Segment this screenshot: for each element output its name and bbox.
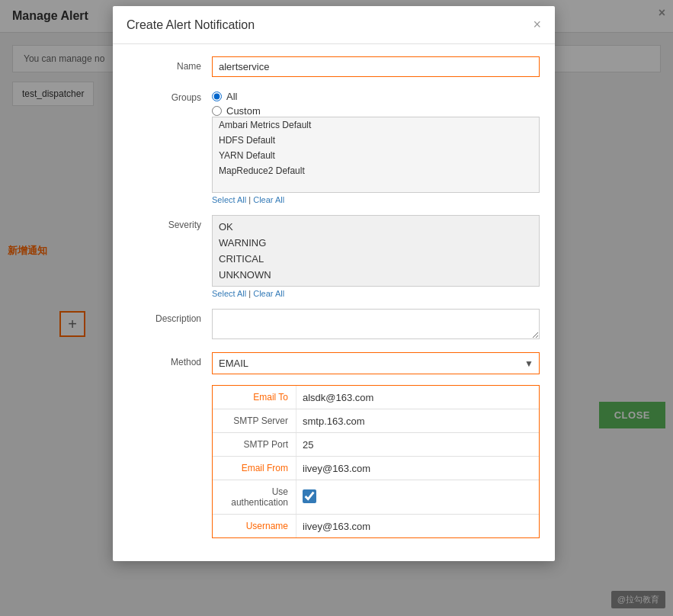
description-label: Description — [128, 309, 212, 324]
smtp-server-row: SMTP Server — [213, 409, 539, 433]
groups-radio-group: All Custom — [212, 88, 540, 117]
groups-select-all-link[interactable]: Select All — [212, 195, 246, 204]
severity-warning[interactable]: WARNING — [213, 235, 539, 251]
email-to-label: Email To — [213, 386, 296, 409]
method-select[interactable]: EMAIL SNMP SLACK PAGERDUTY — [212, 352, 540, 374]
groups-custom-label: Custom — [226, 105, 261, 117]
groups-list-box[interactable]: Ambari Metrics Default HDFS Default YARN… — [212, 117, 540, 193]
list-item[interactable]: YARN Default — [213, 148, 539, 163]
groups-row: Groups All Custom Ambari Metrics Default… — [128, 88, 540, 204]
groups-custom-radio[interactable] — [212, 106, 222, 116]
severity-unknown[interactable]: UNKNOWN — [213, 267, 539, 283]
email-section-wrap: Email To SMTP Server SMTP Port — [212, 385, 540, 538]
use-auth-row: Use authentication — [213, 480, 539, 515]
use-auth-checkbox-wrap — [296, 483, 322, 512]
use-auth-label: Use authentication — [213, 480, 296, 514]
list-item[interactable]: HDFS Default — [213, 133, 539, 148]
email-section: Email To SMTP Server SMTP Port — [212, 385, 540, 538]
description-field-wrap — [212, 309, 540, 342]
list-item[interactable]: MapReduce2 Default — [213, 163, 539, 178]
email-from-input[interactable] — [296, 457, 539, 480]
severity-clear-link[interactable]: Clear All — [253, 289, 284, 298]
severity-critical[interactable]: CRITICAL — [213, 251, 539, 267]
smtp-port-input[interactable] — [296, 434, 539, 456]
severity-row: Severity OK WARNING CRITICAL UNKNOWN Sel… — [128, 215, 540, 298]
modal-close-button[interactable]: × — [533, 17, 541, 33]
use-auth-checkbox[interactable] — [303, 489, 316, 503]
username-label: Username — [213, 515, 296, 537]
groups-all-option[interactable]: All — [212, 91, 540, 102]
modal-title: Create Alert Notification — [127, 18, 255, 32]
smtp-port-label: SMTP Port — [213, 433, 296, 456]
description-input[interactable] — [212, 309, 540, 339]
groups-clear-all-link[interactable]: Clear All — [253, 195, 284, 204]
groups-all-radio[interactable] — [212, 91, 222, 101]
method-select-wrap: EMAIL SNMP SLACK PAGERDUTY ▼ — [212, 352, 540, 374]
smtp-server-input[interactable] — [296, 410, 539, 432]
method-label: Method — [128, 352, 212, 367]
severity-list-box[interactable]: OK WARNING CRITICAL UNKNOWN — [212, 215, 540, 287]
description-row: Description — [128, 309, 540, 342]
severity-ok[interactable]: OK — [213, 219, 539, 235]
groups-all-label: All — [226, 91, 237, 102]
email-section-row: Email To SMTP Server SMTP Port — [128, 385, 540, 538]
severity-field-wrap: OK WARNING CRITICAL UNKNOWN Select All |… — [212, 215, 540, 298]
email-to-row: Email To — [213, 386, 539, 409]
groups-label: Groups — [128, 88, 212, 103]
name-row: Name — [128, 56, 540, 77]
groups-field-wrap: All Custom Ambari Metrics Default HDFS D… — [212, 88, 540, 204]
severity-label: Severity — [128, 215, 212, 230]
list-item[interactable]: Ambari Metrics Default — [213, 117, 539, 133]
modal-body: Name Groups All Custom — [113, 44, 555, 561]
smtp-server-label: SMTP Server — [213, 409, 296, 432]
severity-select-links: Select All | Clear All — [212, 289, 540, 298]
email-to-input[interactable] — [296, 387, 539, 409]
groups-custom-option[interactable]: Custom — [212, 105, 540, 117]
email-from-label: Email From — [213, 457, 296, 480]
name-label: Name — [128, 56, 212, 72]
severity-select-all-link[interactable]: Select All — [212, 289, 246, 298]
method-field-wrap: EMAIL SNMP SLACK PAGERDUTY ▼ — [212, 352, 540, 374]
name-field-wrap — [212, 56, 540, 77]
groups-select-links: Select All | Clear All — [212, 195, 540, 204]
smtp-port-row: SMTP Port — [213, 433, 539, 457]
create-alert-modal: Create Alert Notification × Name Groups … — [113, 6, 555, 561]
username-input[interactable] — [296, 515, 539, 537]
username-row: Username — [213, 515, 539, 537]
name-input[interactable] — [212, 56, 540, 77]
method-row: Method EMAIL SNMP SLACK PAGERDUTY ▼ — [128, 352, 540, 374]
email-from-row: Email From — [213, 457, 539, 480]
modal-header: Create Alert Notification × — [113, 6, 555, 44]
